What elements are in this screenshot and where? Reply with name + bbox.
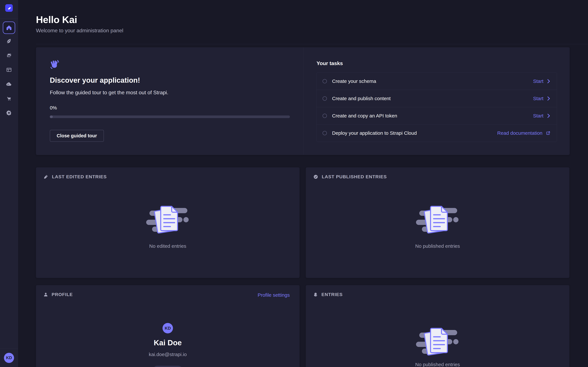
last-edited-entries-card: LAST EDITED ENTRIES No edited entries bbox=[36, 167, 300, 278]
task-row-create-content[interactable]: Create and publish content Start bbox=[317, 90, 557, 107]
images-icon bbox=[6, 53, 12, 58]
empty-state-text: No published entries bbox=[306, 243, 569, 249]
profile-settings-link[interactable]: Profile settings bbox=[258, 292, 290, 298]
widget-title: LAST PUBLISHED ENTRIES bbox=[322, 174, 387, 179]
tour-progress-label: 0% bbox=[50, 105, 295, 111]
profile-name: Kai Doe bbox=[36, 338, 300, 347]
sidebar-item-content-type-builder[interactable] bbox=[2, 63, 16, 77]
task-start-link[interactable]: Start bbox=[533, 78, 550, 84]
sidebar-item-content-manager[interactable] bbox=[2, 34, 16, 48]
widget-title: LAST EDITED ENTRIES bbox=[52, 174, 107, 179]
sidebar: KD bbox=[0, 0, 18, 367]
task-action-label: Start bbox=[533, 113, 543, 119]
task-radio[interactable] bbox=[323, 79, 327, 83]
profile-role-badge bbox=[153, 366, 183, 367]
widget-header: LAST EDITED ENTRIES bbox=[44, 174, 107, 179]
chevron-right-icon bbox=[547, 114, 550, 118]
tour-body: Follow the guided tour to get the most o… bbox=[50, 90, 295, 96]
sidebar-item-deploy[interactable] bbox=[2, 77, 16, 91]
task-start-link[interactable]: Start bbox=[533, 113, 550, 119]
page-subtitle: Welcome to your administration panel bbox=[36, 28, 123, 33]
cart-icon bbox=[6, 96, 12, 101]
task-action-label: Start bbox=[533, 96, 543, 101]
last-published-entries-card: LAST PUBLISHED ENTRIES No published entr… bbox=[306, 167, 569, 278]
guided-tour-card: Discover your application! Follow the gu… bbox=[36, 47, 570, 155]
check-circle-icon bbox=[314, 175, 318, 179]
tour-card-divider bbox=[303, 47, 304, 155]
close-guided-tour-button[interactable]: Close guided tour bbox=[50, 130, 104, 142]
widget-title: PROFILE bbox=[52, 292, 73, 297]
guided-tour-panel: Discover your application! Follow the gu… bbox=[50, 59, 295, 142]
read-documentation-link[interactable]: Read documentation bbox=[497, 130, 550, 136]
chevron-right-icon bbox=[547, 96, 550, 101]
profile-card: PROFILE Profile settings KD Kai Doe kai.… bbox=[36, 285, 300, 367]
empty-state-text: No edited entries bbox=[36, 243, 300, 249]
empty-documents-illustration bbox=[416, 327, 459, 356]
task-label: Create your schema bbox=[332, 78, 376, 84]
task-label: Create and copy an API token bbox=[332, 113, 397, 119]
task-label: Deploy your application to Strapi Cloud bbox=[332, 130, 417, 136]
task-action-label: Start bbox=[533, 78, 543, 84]
task-row-deploy-cloud[interactable]: Deploy your application to Strapi Cloud … bbox=[317, 125, 557, 142]
page-header: Hello Kai Welcome to your administration… bbox=[36, 14, 123, 33]
task-row-api-token[interactable]: Create and copy an API token Start bbox=[317, 107, 557, 125]
task-radio[interactable] bbox=[323, 96, 327, 101]
profile-email: kai.doe@strapi.io bbox=[36, 352, 300, 357]
your-tasks-panel: Your tasks Create your schema Start Crea… bbox=[317, 60, 557, 142]
empty-documents-illustration bbox=[416, 205, 459, 234]
task-row-create-schema[interactable]: Create your schema Start bbox=[317, 73, 557, 90]
widget-header: ENTRIES bbox=[314, 292, 343, 297]
cloud-icon bbox=[6, 81, 12, 87]
widget-title: ENTRIES bbox=[321, 292, 343, 297]
sidebar-item-media-library[interactable] bbox=[2, 48, 16, 63]
sidebar-divider bbox=[0, 18, 18, 18]
task-action-label: Read documentation bbox=[497, 130, 542, 136]
task-start-link[interactable]: Start bbox=[533, 96, 550, 101]
task-radio[interactable] bbox=[323, 131, 327, 135]
task-label: Create and publish content bbox=[332, 96, 391, 101]
profile-avatar: KD bbox=[163, 323, 173, 334]
empty-documents-illustration bbox=[146, 205, 189, 234]
task-radio[interactable] bbox=[323, 114, 327, 118]
tour-progress-bar bbox=[50, 116, 290, 118]
home-icon bbox=[6, 25, 12, 31]
layout-icon bbox=[6, 67, 12, 73]
tasks-title: Your tasks bbox=[317, 60, 557, 67]
widget-header: PROFILE bbox=[44, 292, 73, 297]
tasks-list: Create your schema Start Create and publ… bbox=[317, 72, 557, 142]
strapi-logo-glyph bbox=[7, 6, 11, 10]
sidebar-item-marketplace[interactable] bbox=[2, 91, 16, 106]
widget-header: LAST PUBLISHED ENTRIES bbox=[314, 174, 387, 179]
external-link-icon bbox=[546, 131, 550, 135]
chevron-right-icon bbox=[547, 79, 550, 83]
sidebar-item-settings[interactable] bbox=[2, 106, 16, 120]
waving-hand-icon bbox=[50, 59, 59, 69]
pencil-icon bbox=[44, 175, 48, 179]
sidebar-footer: KD bbox=[0, 348, 18, 367]
gear-icon bbox=[6, 110, 12, 116]
feather-icon bbox=[6, 38, 12, 44]
tour-title: Discover your application! bbox=[50, 76, 295, 84]
header-divider bbox=[36, 44, 588, 44]
entries-icon bbox=[314, 292, 318, 297]
entries-card: ENTRIES No published entries bbox=[306, 285, 569, 367]
sidebar-item-home[interactable] bbox=[3, 22, 15, 34]
strapi-logo[interactable] bbox=[5, 4, 13, 12]
tour-progress-fill bbox=[50, 116, 53, 118]
page-title: Hello Kai bbox=[36, 14, 123, 25]
person-icon bbox=[44, 292, 48, 297]
empty-state-text: No published entries bbox=[306, 362, 569, 367]
user-avatar[interactable]: KD bbox=[4, 353, 14, 363]
